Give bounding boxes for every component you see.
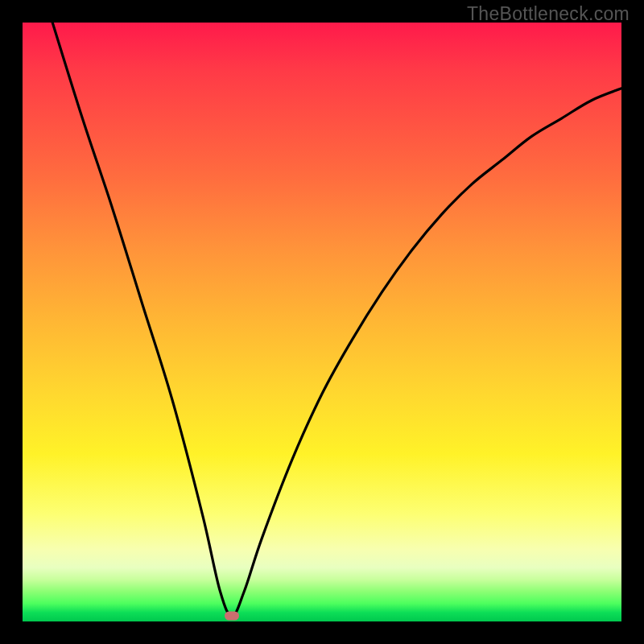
optimal-point-marker bbox=[225, 611, 239, 620]
chart-frame: TheBottleneck.com bbox=[0, 0, 644, 644]
watermark-text: TheBottleneck.com bbox=[467, 3, 630, 25]
curve-layer bbox=[23, 23, 621, 621]
plot-area bbox=[23, 23, 621, 621]
bottleneck-curve bbox=[52, 23, 621, 616]
